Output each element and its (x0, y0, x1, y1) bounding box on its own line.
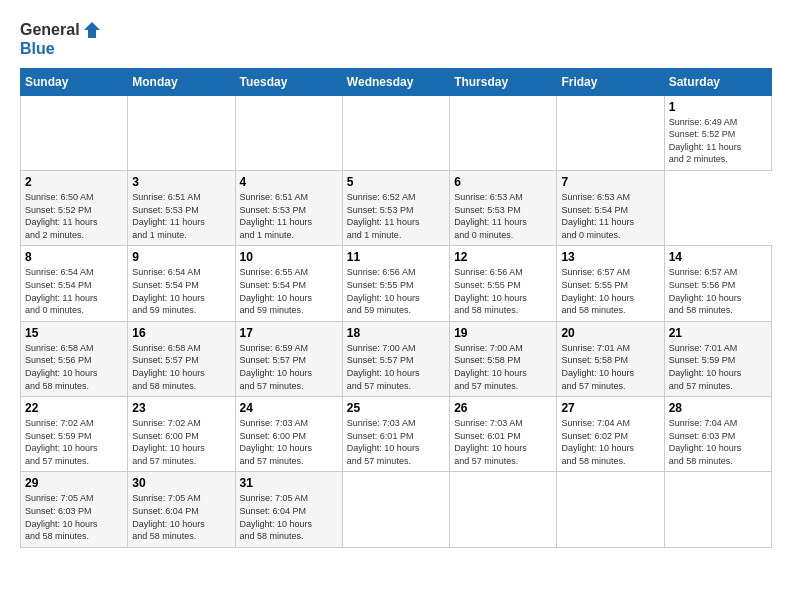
day-number: 1 (669, 100, 767, 114)
calendar-week-row: 8Sunrise: 6:54 AMSunset: 5:54 PMDaylight… (21, 246, 772, 321)
day-number: 23 (132, 401, 230, 415)
page-header: General Blue (20, 20, 772, 58)
calendar-day-cell: 3Sunrise: 6:51 AMSunset: 5:53 PMDaylight… (128, 170, 235, 245)
calendar-week-row: 15Sunrise: 6:58 AMSunset: 5:56 PMDayligh… (21, 321, 772, 396)
calendar-day-cell (21, 95, 128, 170)
calendar-day-cell: 4Sunrise: 6:51 AMSunset: 5:53 PMDaylight… (235, 170, 342, 245)
calendar-day-cell (557, 95, 664, 170)
calendar-day-cell: 16Sunrise: 6:58 AMSunset: 5:57 PMDayligh… (128, 321, 235, 396)
day-info: Sunrise: 7:05 AMSunset: 6:04 PMDaylight:… (132, 492, 230, 542)
logo-bird-icon (82, 20, 102, 40)
day-info: Sunrise: 7:04 AMSunset: 6:03 PMDaylight:… (669, 417, 767, 467)
day-info: Sunrise: 6:51 AMSunset: 5:53 PMDaylight:… (240, 191, 338, 241)
day-info: Sunrise: 6:57 AMSunset: 5:55 PMDaylight:… (561, 266, 659, 316)
calendar-day-cell: 19Sunrise: 7:00 AMSunset: 5:58 PMDayligh… (450, 321, 557, 396)
day-number: 20 (561, 326, 659, 340)
calendar-day-cell: 1Sunrise: 6:49 AMSunset: 5:52 PMDaylight… (664, 95, 771, 170)
day-info: Sunrise: 7:04 AMSunset: 6:02 PMDaylight:… (561, 417, 659, 467)
calendar-day-cell (128, 95, 235, 170)
calendar-day-cell: 2Sunrise: 6:50 AMSunset: 5:52 PMDaylight… (21, 170, 128, 245)
day-number: 26 (454, 401, 552, 415)
day-info: Sunrise: 7:03 AMSunset: 6:00 PMDaylight:… (240, 417, 338, 467)
day-info: Sunrise: 7:03 AMSunset: 6:01 PMDaylight:… (347, 417, 445, 467)
calendar-day-cell: 18Sunrise: 7:00 AMSunset: 5:57 PMDayligh… (342, 321, 449, 396)
day-info: Sunrise: 6:51 AMSunset: 5:53 PMDaylight:… (132, 191, 230, 241)
calendar-day-cell: 29Sunrise: 7:05 AMSunset: 6:03 PMDayligh… (21, 472, 128, 547)
calendar-day-cell: 20Sunrise: 7:01 AMSunset: 5:58 PMDayligh… (557, 321, 664, 396)
day-number: 25 (347, 401, 445, 415)
calendar-week-row: 1Sunrise: 6:49 AMSunset: 5:52 PMDaylight… (21, 95, 772, 170)
calendar-day-header: Thursday (450, 68, 557, 95)
day-number: 11 (347, 250, 445, 264)
day-number: 5 (347, 175, 445, 189)
calendar-day-cell: 15Sunrise: 6:58 AMSunset: 5:56 PMDayligh… (21, 321, 128, 396)
calendar-day-cell (450, 95, 557, 170)
day-info: Sunrise: 6:57 AMSunset: 5:56 PMDaylight:… (669, 266, 767, 316)
day-number: 8 (25, 250, 123, 264)
calendar-day-cell: 27Sunrise: 7:04 AMSunset: 6:02 PMDayligh… (557, 397, 664, 472)
day-info: Sunrise: 6:59 AMSunset: 5:57 PMDaylight:… (240, 342, 338, 392)
day-number: 16 (132, 326, 230, 340)
day-info: Sunrise: 7:01 AMSunset: 5:58 PMDaylight:… (561, 342, 659, 392)
calendar-day-cell: 31Sunrise: 7:05 AMSunset: 6:04 PMDayligh… (235, 472, 342, 547)
logo-container: General Blue (20, 20, 102, 58)
calendar-day-cell (450, 472, 557, 547)
day-number: 7 (561, 175, 659, 189)
calendar-day-header: Tuesday (235, 68, 342, 95)
calendar-day-cell: 22Sunrise: 7:02 AMSunset: 5:59 PMDayligh… (21, 397, 128, 472)
calendar-day-cell (342, 472, 449, 547)
calendar-day-header: Wednesday (342, 68, 449, 95)
calendar-day-cell: 5Sunrise: 6:52 AMSunset: 5:53 PMDaylight… (342, 170, 449, 245)
day-number: 22 (25, 401, 123, 415)
logo-general: General (20, 21, 80, 39)
day-number: 24 (240, 401, 338, 415)
day-info: Sunrise: 7:05 AMSunset: 6:04 PMDaylight:… (240, 492, 338, 542)
day-number: 18 (347, 326, 445, 340)
calendar-day-cell: 23Sunrise: 7:02 AMSunset: 6:00 PMDayligh… (128, 397, 235, 472)
calendar-day-cell: 26Sunrise: 7:03 AMSunset: 6:01 PMDayligh… (450, 397, 557, 472)
day-number: 19 (454, 326, 552, 340)
calendar-day-cell: 8Sunrise: 6:54 AMSunset: 5:54 PMDaylight… (21, 246, 128, 321)
day-number: 28 (669, 401, 767, 415)
calendar-header-row: SundayMondayTuesdayWednesdayThursdayFrid… (21, 68, 772, 95)
day-number: 9 (132, 250, 230, 264)
calendar-day-cell: 28Sunrise: 7:04 AMSunset: 6:03 PMDayligh… (664, 397, 771, 472)
calendar-day-cell: 11Sunrise: 6:56 AMSunset: 5:55 PMDayligh… (342, 246, 449, 321)
day-info: Sunrise: 6:53 AMSunset: 5:54 PMDaylight:… (561, 191, 659, 241)
calendar-day-cell: 14Sunrise: 6:57 AMSunset: 5:56 PMDayligh… (664, 246, 771, 321)
day-number: 13 (561, 250, 659, 264)
day-info: Sunrise: 6:49 AMSunset: 5:52 PMDaylight:… (669, 116, 767, 166)
day-number: 12 (454, 250, 552, 264)
day-number: 27 (561, 401, 659, 415)
calendar-day-header: Monday (128, 68, 235, 95)
svg-marker-0 (84, 22, 100, 38)
calendar-day-cell: 21Sunrise: 7:01 AMSunset: 5:59 PMDayligh… (664, 321, 771, 396)
day-info: Sunrise: 7:01 AMSunset: 5:59 PMDaylight:… (669, 342, 767, 392)
day-info: Sunrise: 7:00 AMSunset: 5:58 PMDaylight:… (454, 342, 552, 392)
day-info: Sunrise: 7:00 AMSunset: 5:57 PMDaylight:… (347, 342, 445, 392)
day-info: Sunrise: 6:58 AMSunset: 5:56 PMDaylight:… (25, 342, 123, 392)
day-number: 6 (454, 175, 552, 189)
calendar-day-cell: 30Sunrise: 7:05 AMSunset: 6:04 PMDayligh… (128, 472, 235, 547)
calendar-day-cell: 17Sunrise: 6:59 AMSunset: 5:57 PMDayligh… (235, 321, 342, 396)
day-info: Sunrise: 6:54 AMSunset: 5:54 PMDaylight:… (132, 266, 230, 316)
day-number: 14 (669, 250, 767, 264)
calendar-day-cell: 6Sunrise: 6:53 AMSunset: 5:53 PMDaylight… (450, 170, 557, 245)
day-number: 3 (132, 175, 230, 189)
day-info: Sunrise: 6:52 AMSunset: 5:53 PMDaylight:… (347, 191, 445, 241)
day-number: 2 (25, 175, 123, 189)
calendar-day-header: Sunday (21, 68, 128, 95)
calendar-day-cell: 24Sunrise: 7:03 AMSunset: 6:00 PMDayligh… (235, 397, 342, 472)
calendar-day-cell (342, 95, 449, 170)
calendar-week-row: 2Sunrise: 6:50 AMSunset: 5:52 PMDaylight… (21, 170, 772, 245)
calendar-day-header: Friday (557, 68, 664, 95)
day-info: Sunrise: 6:55 AMSunset: 5:54 PMDaylight:… (240, 266, 338, 316)
calendar-day-cell (557, 472, 664, 547)
logo: General Blue (20, 20, 102, 58)
day-info: Sunrise: 6:56 AMSunset: 5:55 PMDaylight:… (347, 266, 445, 316)
calendar-day-cell: 7Sunrise: 6:53 AMSunset: 5:54 PMDaylight… (557, 170, 664, 245)
calendar-body: 1Sunrise: 6:49 AMSunset: 5:52 PMDaylight… (21, 95, 772, 547)
calendar-day-cell (664, 472, 771, 547)
day-number: 21 (669, 326, 767, 340)
day-info: Sunrise: 7:02 AMSunset: 5:59 PMDaylight:… (25, 417, 123, 467)
